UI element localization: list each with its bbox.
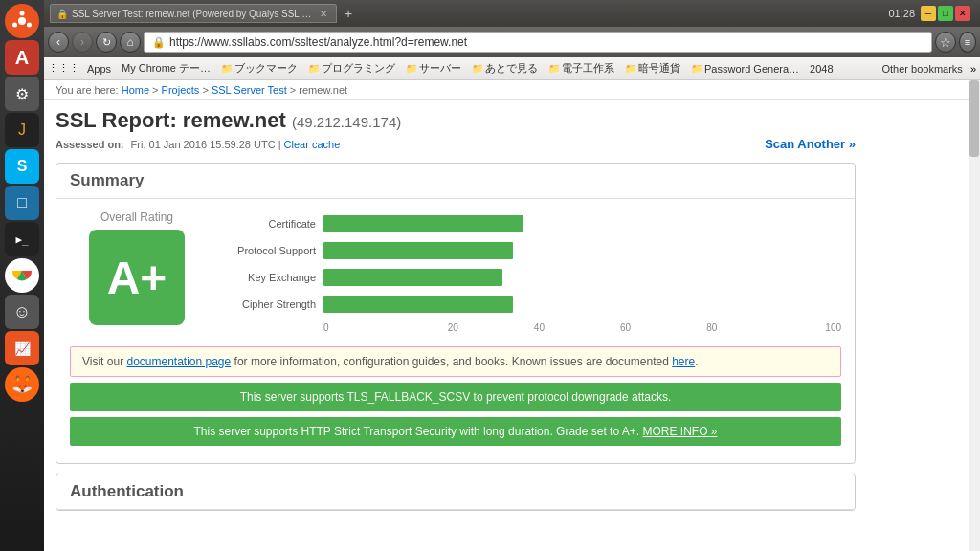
- clear-cache-link[interactable]: Clear cache: [284, 139, 341, 150]
- reload-button[interactable]: ↻: [96, 32, 117, 53]
- scrollbar-track[interactable]: [969, 80, 980, 551]
- summary-inner: Overall Rating A+ Certificate Protocol S…: [70, 210, 841, 333]
- assessed-date: Fri, 01 Jan 2016 15:59:28 UTC: [131, 139, 276, 150]
- files-icon[interactable]: A: [5, 40, 39, 75]
- close-button[interactable]: ✕: [955, 6, 970, 21]
- settings-icon[interactable]: ⚙: [5, 77, 39, 111]
- chart-bar-container: [323, 215, 841, 232]
- summary-header: Summary: [56, 164, 855, 199]
- bm-bookmark[interactable]: 📁ブックマーク: [216, 59, 302, 77]
- tab-close-button[interactable]: ✕: [317, 7, 330, 20]
- svg-point-3: [27, 23, 32, 28]
- breadcrumb-ssl-server-test[interactable]: SSL Server Test: [212, 84, 287, 96]
- breadcrumb: You are here: Home > Projects > SSL Serv…: [44, 80, 980, 100]
- active-tab[interactable]: 🔒 SSL Server Test: remew.net (Powered by…: [50, 4, 337, 23]
- assessed-label: Assessed on:: [56, 139, 124, 150]
- report-ip: (49.212.149.174): [292, 114, 401, 130]
- bm-electronics[interactable]: 📁電子工作系: [544, 59, 619, 77]
- box-icon[interactable]: □: [5, 186, 39, 220]
- bm-apps[interactable]: Apps: [82, 61, 116, 77]
- chart-bar: [323, 269, 502, 286]
- tab-title: SSL Server Test: remew.net (Powered by Q…: [72, 9, 313, 19]
- svg-point-1: [18, 17, 26, 25]
- chrome-icon[interactable]: [5, 258, 39, 293]
- axis-label: 0: [323, 322, 410, 333]
- docs-link[interactable]: documentation page: [126, 355, 231, 368]
- pulse-icon[interactable]: 📈: [5, 331, 39, 365]
- nav-bar: ‹ › ↻ ⌂ 🔒 https://www.ssllabs.com/ssltes…: [44, 27, 980, 57]
- grade-box: A+: [89, 230, 185, 325]
- axis-label: 80: [669, 322, 755, 333]
- assessed-on-line: Assessed on: Fri, 01 Jan 2016 15:59:28 U…: [56, 139, 340, 150]
- url-display: https://www.ssllabs.com/ssltest/analyze.…: [169, 35, 467, 49]
- window-controls: ─ □ ✕: [921, 6, 970, 21]
- info-boxes: Visit our documentation page for more in…: [70, 346, 841, 446]
- scan-another-link[interactable]: Scan Another »: [765, 137, 856, 151]
- chart-bar: [323, 242, 513, 259]
- maximize-button[interactable]: □: [938, 6, 953, 21]
- bm-mychrome[interactable]: My Chrome テー…: [117, 59, 215, 77]
- bookmarks-chevron[interactable]: »: [970, 63, 976, 75]
- breadcrumb-current: remew.net: [299, 84, 347, 96]
- minimize-button[interactable]: ─: [921, 6, 936, 21]
- emoji-icon[interactable]: ☺: [5, 295, 39, 329]
- ubuntu-icon[interactable]: [5, 4, 39, 38]
- web-content-inner: You are here: Home > Projects > SSL Serv…: [44, 80, 980, 528]
- chart-label: Cipher Strength: [223, 298, 323, 310]
- other-bookmarks[interactable]: Other bookmarks: [878, 61, 968, 77]
- rating-area: Overall Rating A+: [70, 210, 204, 325]
- axis-label: 60: [583, 322, 669, 333]
- breadcrumb-home[interactable]: Home: [122, 84, 149, 96]
- chart-row: Cipher Strength: [223, 296, 841, 313]
- axis-label: 20: [410, 322, 496, 333]
- ssl-lock-icon: 🔒: [152, 36, 166, 49]
- breadcrumb-projects[interactable]: Projects: [162, 84, 200, 96]
- report-domain: remew.net: [183, 108, 286, 132]
- chart-bar-container: [323, 296, 841, 313]
- back-button[interactable]: ‹: [48, 32, 69, 53]
- chart-label: Key Exchange: [223, 272, 323, 283]
- info-box-docs: Visit our documentation page for more in…: [70, 346, 841, 377]
- address-bar[interactable]: 🔒 https://www.ssllabs.com/ssltest/analyz…: [144, 32, 932, 53]
- axis-label: 100: [755, 322, 841, 333]
- bm-server[interactable]: 📁サーバー: [401, 59, 466, 77]
- firefox-icon[interactable]: 🦊: [5, 367, 39, 402]
- forward-button[interactable]: ›: [72, 32, 93, 53]
- terminal-icon[interactable]: ▶_: [5, 222, 39, 256]
- info-box-hsts: This server supports HTTP Strict Transpo…: [70, 417, 841, 446]
- new-tab-button[interactable]: +: [341, 6, 356, 21]
- you-are-here-label: You are here:: [56, 84, 119, 96]
- browser-window: 🔒 SSL Server Test: remew.net (Powered by…: [44, 0, 980, 551]
- chart-bar: [323, 215, 523, 232]
- here-link[interactable]: here: [672, 355, 695, 368]
- assessed-line: Assessed on: Fri, 01 Jan 2016 15:59:28 U…: [56, 137, 856, 151]
- os-taskbar: A ⚙ J S □ ▶_ ☺ 📈 🦊: [0, 0, 44, 551]
- bm-crypto[interactable]: 📁暗号通貨: [620, 59, 685, 77]
- apps-icon: ⋮⋮⋮: [48, 62, 79, 75]
- chart-bar: [323, 296, 513, 313]
- summary-section: Summary Overall Rating A+: [56, 163, 856, 464]
- axis-label: 40: [496, 322, 582, 333]
- chart-label: Certificate: [223, 218, 323, 230]
- report-title: SSL Report: remew.net (49.212.149.174): [56, 108, 856, 133]
- menu-button[interactable]: ≡: [959, 32, 976, 53]
- info-box-tls: This server supports TLS_FALLBACK_SCSV t…: [70, 383, 841, 411]
- title-bar: 🔒 SSL Server Test: remew.net (Powered by…: [44, 0, 980, 27]
- bookmark-button[interactable]: ☆: [935, 32, 956, 53]
- scrollbar-thumb[interactable]: [969, 80, 979, 157]
- overall-rating-label: Overall Rating: [100, 210, 173, 224]
- skype-icon[interactable]: S: [5, 149, 39, 184]
- bm-password[interactable]: 📁Password Genera…: [686, 61, 804, 77]
- more-info-link[interactable]: MORE INFO »: [642, 425, 717, 438]
- chart-bar-container: [323, 242, 841, 259]
- bm-2048[interactable]: 2048: [805, 61, 837, 77]
- authentication-section: Authentication: [56, 474, 856, 511]
- bm-programming[interactable]: 📁プログラミング: [303, 59, 400, 77]
- j-icon[interactable]: J: [5, 113, 39, 147]
- svg-point-4: [12, 23, 17, 28]
- bm-later[interactable]: 📁あとで見る: [467, 59, 543, 77]
- grade-value: A+: [107, 252, 167, 304]
- content-area: SSL Report: remew.net (49.212.149.174) A…: [44, 100, 867, 528]
- home-button[interactable]: ⌂: [120, 32, 141, 53]
- chart-row: Protocol Support: [223, 242, 841, 259]
